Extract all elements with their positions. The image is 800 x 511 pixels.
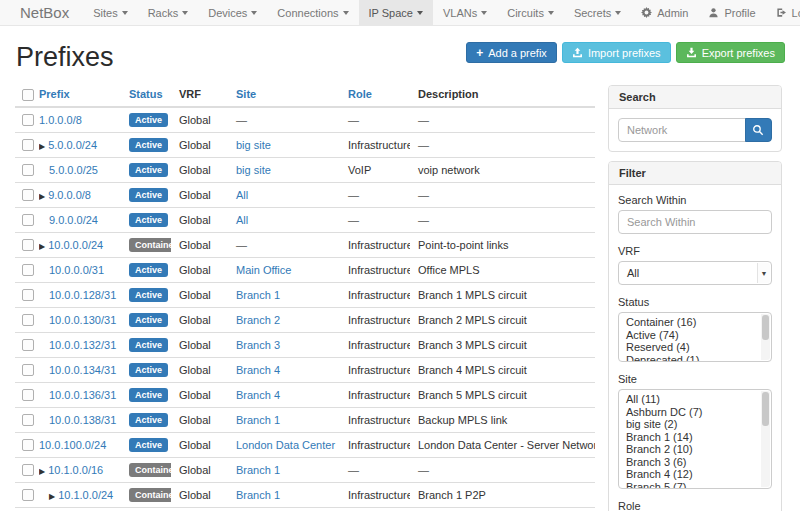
prefix-link[interactable]: 10.1.0.0/16: [48, 464, 103, 476]
search-input[interactable]: [618, 118, 746, 142]
filter-option[interactable]: Container (16): [622, 316, 757, 329]
filter-option[interactable]: All (11): [622, 393, 757, 406]
status-badge: Active: [129, 138, 168, 152]
prefix-link[interactable]: 5.0.0.0/25: [49, 164, 98, 176]
prefix-link[interactable]: 10.0.100.0/24: [39, 439, 106, 451]
logout-icon: [776, 7, 787, 18]
sort-link[interactable]: Status: [129, 88, 163, 100]
sort-link[interactable]: Site: [236, 88, 256, 100]
row-checkbox[interactable]: [22, 139, 34, 151]
select-all-checkbox[interactable]: [22, 89, 34, 101]
description-cell: —: [410, 208, 595, 233]
prefix-link[interactable]: 1.0.0.0/8: [39, 114, 82, 126]
export-prefixes-button[interactable]: Export prefixes: [676, 42, 785, 63]
description-label: Office MPLS: [418, 264, 480, 276]
search-button[interactable]: [745, 118, 772, 142]
site-link[interactable]: Branch 3: [236, 339, 280, 351]
site-link[interactable]: Branch 4: [236, 389, 280, 401]
status-filter-listbox[interactable]: Container (16)Active (74)Reserved (4)Dep…: [618, 312, 772, 362]
row-checkbox[interactable]: [22, 164, 34, 176]
prefix-link[interactable]: 10.0.0.128/31: [49, 289, 116, 301]
filter-option[interactable]: Branch 2 (10): [622, 443, 757, 456]
status-cell: Active: [121, 383, 171, 408]
site-link[interactable]: Branch 4: [236, 364, 280, 376]
filter-option[interactable]: Branch 4 (12): [622, 468, 757, 481]
prefix-link[interactable]: 10.0.0.134/31: [49, 364, 116, 376]
filter-option[interactable]: Deprecated (1): [622, 354, 757, 363]
nav-item-devices[interactable]: Devices: [198, 0, 267, 25]
role-cell: —: [340, 458, 410, 483]
prefix-link[interactable]: 9.0.0.0/24: [49, 214, 98, 226]
row-checkbox[interactable]: [22, 264, 34, 276]
site-link[interactable]: Main Office: [236, 264, 291, 276]
sort-link[interactable]: Prefix: [39, 88, 70, 100]
nav-item-ip-space[interactable]: IP Space: [359, 0, 433, 25]
nav-item-profile[interactable]: Profile: [698, 0, 765, 25]
row-checkbox[interactable]: [22, 189, 34, 201]
row-checkbox[interactable]: [22, 489, 34, 501]
site-link[interactable]: Branch 1: [236, 489, 280, 501]
nav-item-log-out[interactable]: Log out: [766, 0, 800, 25]
scrollbar[interactable]: [761, 314, 770, 360]
table-row: 10.0.0.136/31ActiveGlobalBranch 4Infrast…: [15, 383, 595, 408]
site-link[interactable]: Branch 1: [236, 414, 280, 426]
site-link[interactable]: big site: [236, 139, 271, 151]
nav-item-admin[interactable]: Admin: [631, 0, 698, 25]
row-checkbox[interactable]: [22, 464, 34, 476]
site-link[interactable]: All: [236, 214, 248, 226]
filter-option[interactable]: Reserved (4): [622, 341, 757, 354]
row-checkbox[interactable]: [22, 289, 34, 301]
scrollbar[interactable]: [761, 391, 770, 487]
filter-option[interactable]: Branch 5 (7): [622, 481, 757, 490]
row-checkbox[interactable]: [22, 414, 34, 426]
import-prefixes-button[interactable]: Import prefixes: [562, 42, 671, 63]
prefix-link[interactable]: 10.0.0.0/31: [49, 264, 104, 276]
row-checkbox[interactable]: [22, 439, 34, 451]
nav-item-vlans[interactable]: VLANs: [433, 0, 497, 25]
prefix-link[interactable]: 10.0.0.130/31: [49, 314, 116, 326]
prefix-link[interactable]: 10.1.0.0/24: [58, 489, 113, 501]
role-label: Infrastructure: [348, 339, 410, 351]
site-link[interactable]: Branch 1: [236, 289, 280, 301]
site-cell: London Data Center: [228, 433, 340, 458]
filter-option[interactable]: big site (2): [622, 418, 757, 431]
nav-item-secrets[interactable]: Secrets: [564, 0, 631, 25]
prefix-table-body: 1.0.0.0/8ActiveGlobal———▶5.0.0.0/24Activ…: [15, 107, 595, 511]
site-link[interactable]: Branch 2: [236, 314, 280, 326]
row-checkbox[interactable]: [22, 114, 34, 126]
prefix-cell: ▶9.0.0.0/8: [39, 183, 121, 208]
row-checkbox[interactable]: [22, 389, 34, 401]
vrf-select[interactable]: All ▼: [618, 261, 772, 285]
site-link[interactable]: London Data Center: [236, 439, 335, 451]
nav-item-connections[interactable]: Connections: [267, 0, 358, 25]
row-checkbox[interactable]: [22, 214, 34, 226]
row-checkbox[interactable]: [22, 314, 34, 326]
prefix-link[interactable]: 10.0.0.136/31: [49, 389, 116, 401]
nav-item-circuits[interactable]: Circuits: [497, 0, 564, 25]
prefix-link[interactable]: 10.0.0.138/31: [49, 414, 116, 426]
search-within-input[interactable]: [618, 210, 772, 234]
prefix-link[interactable]: 5.0.0.0/24: [48, 139, 97, 151]
filter-option[interactable]: Active (74): [622, 329, 757, 342]
filter-option[interactable]: Ashburn DC (7): [622, 406, 757, 419]
site-filter-listbox[interactable]: All (11)Ashburn DC (7)big site (2)Branch…: [618, 389, 772, 489]
row-checkbox[interactable]: [22, 239, 34, 251]
add-prefix-button[interactable]: + Add a prefix: [466, 42, 557, 63]
prefix-link[interactable]: 10.0.0.0/24: [48, 239, 103, 251]
site-link[interactable]: big site: [236, 164, 271, 176]
nav-item-racks[interactable]: Racks: [138, 0, 199, 25]
prefix-link[interactable]: 10.0.0.132/31: [49, 339, 116, 351]
sort-link[interactable]: Role: [348, 88, 372, 100]
site-link[interactable]: All: [236, 189, 248, 201]
filter-option[interactable]: Branch 3 (6): [622, 456, 757, 469]
row-checkbox[interactable]: [22, 339, 34, 351]
filter-option[interactable]: Branch 1 (14): [622, 431, 757, 444]
prefix-link[interactable]: 9.0.0.0/8: [48, 189, 91, 201]
table-row: 10.0.0.0/31ActiveGlobalMain OfficeInfras…: [15, 258, 595, 283]
row-checkbox[interactable]: [22, 364, 34, 376]
nav-item-sites[interactable]: Sites: [83, 0, 137, 25]
site-link[interactable]: Branch 1: [236, 464, 280, 476]
description-cell: Branch 1 MPLS circuit: [410, 283, 595, 308]
role-cell: —: [340, 183, 410, 208]
brand-logo[interactable]: NetBox: [0, 0, 83, 25]
